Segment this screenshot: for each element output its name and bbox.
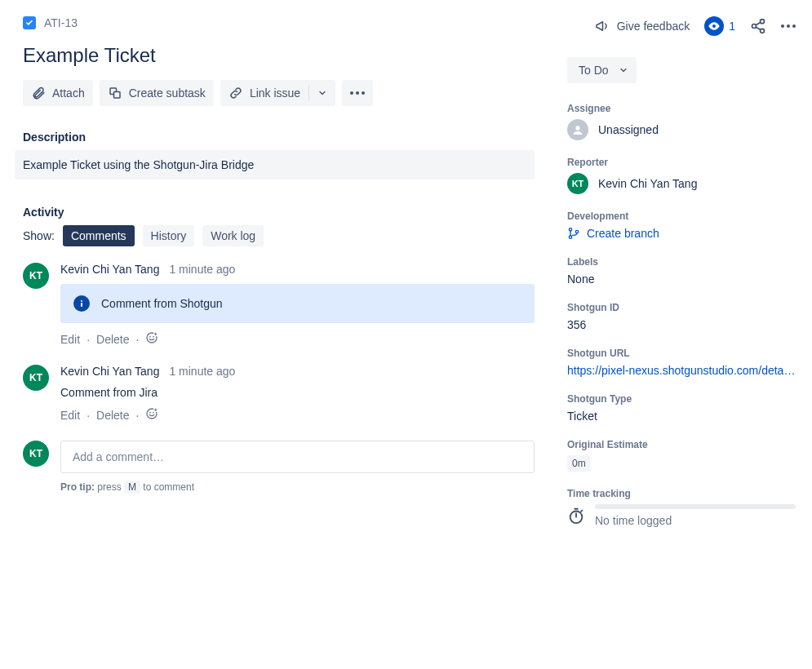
assignee-label: Assignee [567,103,796,114]
issue-type-icon [23,16,36,29]
reaction-icon[interactable] [145,407,158,423]
svg-point-5 [150,336,152,338]
comment-text: Comment from Jira [60,386,535,399]
tab-history[interactable]: History [143,225,195,246]
watch-button[interactable]: 1 [704,16,735,36]
svg-point-6 [153,336,155,338]
branch-icon [567,227,580,240]
description-label: Description [23,131,535,144]
issue-key[interactable]: ATI-13 [44,16,78,29]
pro-tip: Pro tip: press M to comment [60,481,535,493]
comment-author[interactable]: Kevin Chi Yan Tang [60,365,159,378]
comment: KT Kevin Chi Yan Tang 1 minute ago Comme… [23,365,535,423]
tab-worklog[interactable]: Work log [202,225,264,246]
tab-comments[interactable]: Comments [63,225,135,246]
shotgun-url-label: Shotgun URL [567,348,796,359]
svg-point-15 [761,29,765,33]
svg-point-2 [81,300,82,302]
keyboard-shortcut-badge: M [124,481,140,494]
shotgun-type-value[interactable]: Ticket [567,410,796,423]
time-tracking-bar [595,504,796,509]
more-icon [781,24,796,28]
comment-time: 1 minute ago [169,365,235,378]
link-issue-label: Link issue [250,86,300,100]
shotgun-url-value[interactable]: https://pixel-nexus.shotgunstudio.com/de… [567,364,796,377]
issue-title[interactable]: Example Ticket [23,44,535,67]
info-icon [73,295,90,312]
paperclip-icon [31,86,46,100]
reaction-icon[interactable] [145,331,158,347]
link-issue-group: Link issue [220,80,335,106]
eye-icon [704,16,724,36]
description-value[interactable]: Example Ticket using the Shotgun-Jira Br… [15,150,535,179]
original-estimate-value[interactable]: 0m [567,455,591,472]
link-issue-dropdown[interactable] [309,80,335,106]
comment-time: 1 minute ago [169,263,235,276]
chevron-down-icon [317,88,327,98]
svg-point-10 [153,412,155,414]
svg-rect-3 [81,303,82,307]
create-subtask-button[interactable]: Create subtask [100,80,214,106]
status-dropdown[interactable]: To Do [567,57,637,83]
chevron-down-icon [619,65,628,75]
delete-comment-button[interactable]: Delete [96,409,129,422]
reporter-value[interactable]: KT Kevin Chi Yan Tang [567,173,796,194]
more-icon [350,91,365,95]
svg-point-14 [752,24,757,29]
megaphone-icon [594,19,609,33]
time-tracking[interactable]: No time logged [567,504,796,527]
svg-point-18 [569,236,571,238]
activity-label: Activity [23,206,535,219]
info-panel: Comment from Shotgun [60,284,535,323]
avatar[interactable]: KT [23,365,49,391]
svg-point-9 [150,412,152,414]
shotgun-id-value[interactable]: 356 [567,318,796,331]
reporter-avatar: KT [567,173,588,194]
comment-author[interactable]: Kevin Chi Yan Tang [60,263,159,276]
svg-point-17 [569,228,571,231]
add-comment-input[interactable] [60,441,535,473]
assignee-value[interactable]: Unassigned [567,119,796,140]
unassigned-avatar [567,119,588,140]
stopwatch-icon [567,507,585,525]
svg-point-13 [761,20,765,24]
more-actions-button[interactable] [342,80,373,106]
share-button[interactable] [750,18,766,34]
give-feedback-button[interactable]: Give feedback [594,19,690,33]
development-label: Development [567,210,796,222]
labels-label: Labels [567,256,796,268]
attach-label: Attach [52,86,85,100]
current-user-avatar[interactable]: KT [23,441,49,467]
time-tracking-label: Time tracking [567,488,796,499]
breadcrumb[interactable]: ATI-13 [23,16,78,29]
share-icon [750,18,766,34]
create-branch-button[interactable]: Create branch [567,227,796,240]
labels-value[interactable]: None [567,272,796,286]
more-menu-button[interactable] [781,24,796,28]
comment: KT Kevin Chi Yan Tang 1 minute ago Comme… [23,263,535,347]
original-estimate-label: Original Estimate [567,439,796,450]
time-tracking-value: No time logged [595,514,796,527]
person-icon [571,123,584,136]
link-issue-button[interactable]: Link issue [220,80,308,106]
avatar[interactable]: KT [23,263,49,289]
edit-comment-button[interactable]: Edit [60,409,80,422]
shotgun-type-label: Shotgun Type [567,393,796,405]
activity-show-label: Show: [23,229,55,242]
reporter-label: Reporter [567,157,796,168]
delete-comment-button[interactable]: Delete [96,333,129,346]
svg-point-19 [575,230,578,233]
comment-text: Comment from Shotgun [101,297,223,310]
svg-rect-1 [113,92,120,99]
link-icon [229,86,243,100]
attach-button[interactable]: Attach [23,80,93,106]
edit-comment-button[interactable]: Edit [60,333,80,346]
svg-point-12 [712,24,716,28]
subtask-icon [108,86,122,100]
svg-point-16 [575,126,579,130]
shotgun-id-label: Shotgun ID [567,302,796,313]
create-subtask-label: Create subtask [129,86,206,100]
